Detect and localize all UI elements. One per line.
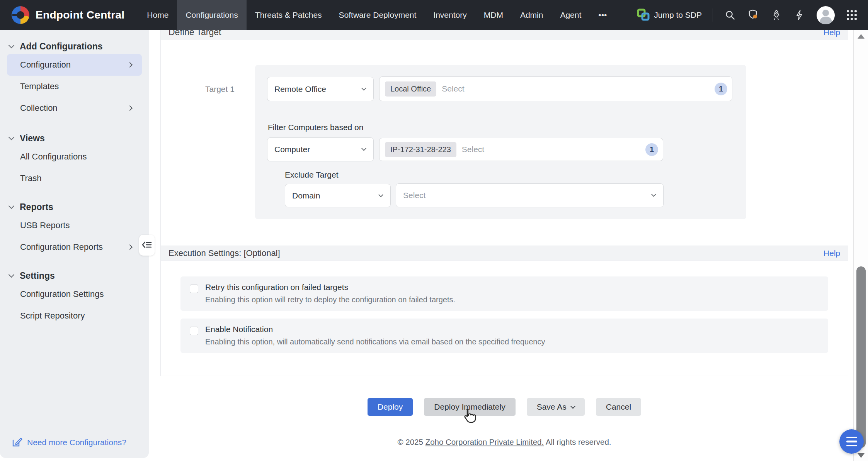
chevron-down-icon bbox=[361, 86, 366, 91]
notification-option-panel: Enable Notification Enabling this option… bbox=[180, 319, 828, 353]
execution-settings-header: Execution Settings: [Optional] Help bbox=[161, 246, 848, 261]
sidebar-item-trash[interactable]: Trash bbox=[7, 168, 142, 189]
chevron-down-icon bbox=[378, 192, 383, 197]
target-1-label: Target 1 bbox=[205, 85, 235, 94]
save-as-button[interactable]: Save As bbox=[527, 398, 585, 416]
nav-item-software-deployment[interactable]: Software Deployment bbox=[330, 0, 425, 30]
scrollbar-up-arrow-icon[interactable] bbox=[858, 34, 865, 39]
filter-selected-chip[interactable]: IP-172-31-28-223 bbox=[385, 142, 456, 157]
sidebar-item-label: USB Reports bbox=[20, 220, 70, 230]
nav-item-configurations[interactable]: Configurations bbox=[177, 0, 246, 30]
cancel-button[interactable]: Cancel bbox=[596, 398, 641, 416]
filter-select-input[interactable]: IP-172-31-28-223 Select 1 bbox=[379, 138, 663, 161]
sidebar-section-settings[interactable]: Settings bbox=[0, 269, 149, 282]
brand[interactable]: Endpoint Central bbox=[0, 6, 138, 24]
target-select-placeholder: Select bbox=[442, 84, 464, 93]
filter-type-dropdown[interactable]: Computer bbox=[267, 137, 374, 161]
exclude-select-placeholder: Select bbox=[403, 191, 425, 200]
sidebar-item-collection[interactable]: Collection bbox=[7, 97, 142, 119]
nav-item-more[interactable]: ••• bbox=[590, 0, 615, 30]
exclude-target-label: Exclude Target bbox=[285, 170, 339, 180]
exclude-type-dropdown[interactable]: Domain bbox=[285, 184, 391, 207]
chevron-right-icon bbox=[127, 62, 133, 68]
target-selected-chip[interactable]: Local Office bbox=[385, 81, 436, 97]
sidebar-section-views[interactable]: Views bbox=[0, 132, 149, 144]
nav-item-agent[interactable]: Agent bbox=[551, 0, 590, 30]
sidebar-item-configuration-settings[interactable]: Configuration Settings bbox=[7, 283, 142, 305]
nav-item-mdm[interactable]: MDM bbox=[475, 0, 512, 30]
chevron-down-icon bbox=[9, 272, 15, 278]
sidebar-item-label: Collection bbox=[20, 103, 58, 113]
copyright-suffix: All rights reserved. bbox=[546, 437, 611, 446]
top-navbar: Endpoint Central Home Configurations Thr… bbox=[0, 0, 868, 30]
exclude-select-dropdown[interactable]: Select bbox=[396, 183, 664, 207]
floating-menu-button[interactable] bbox=[839, 429, 864, 454]
sidebar-item-label: Configuration Settings bbox=[20, 289, 104, 299]
sidebar-section-reports[interactable]: Reports bbox=[0, 201, 149, 213]
define-target-help-link[interactable]: Help bbox=[824, 30, 840, 37]
section-title-label: Views bbox=[20, 133, 45, 144]
user-avatar[interactable] bbox=[817, 6, 835, 24]
rocket-icon[interactable] bbox=[770, 9, 783, 21]
section-title-label: Add Configurations bbox=[20, 41, 103, 52]
define-target-header: Define Target Help bbox=[161, 30, 848, 40]
sidebar-item-usb-reports[interactable]: USB Reports bbox=[7, 215, 142, 236]
hamburger-menu-icon bbox=[846, 437, 857, 439]
configuration-main-panel: Define Target Help Target 1 Remote Offic… bbox=[160, 30, 848, 376]
sidebar-item-all-configurations[interactable]: All Configurations bbox=[7, 146, 142, 168]
target-type-value: Remote Office bbox=[274, 85, 326, 94]
nav-item-home[interactable]: Home bbox=[138, 0, 177, 30]
deploy-button[interactable]: Deploy bbox=[368, 398, 413, 416]
deploy-immediately-button[interactable]: Deploy Immediately bbox=[424, 398, 515, 416]
chevron-down-icon bbox=[9, 134, 15, 141]
jump-to-sdp-button[interactable]: Jump to SDP bbox=[637, 8, 702, 22]
exclude-type-value: Domain bbox=[292, 191, 320, 200]
sidebar-item-configuration[interactable]: Configuration bbox=[7, 54, 142, 76]
sidebar-collapse-toggle[interactable] bbox=[139, 235, 155, 256]
execution-settings-help-link[interactable]: Help bbox=[824, 249, 840, 258]
zoho-corporation-link[interactable]: Zoho Corporation Private Limited. bbox=[425, 437, 544, 446]
nav-item-inventory[interactable]: Inventory bbox=[425, 0, 475, 30]
sidebar-item-configuration-reports[interactable]: Configuration Reports bbox=[7, 236, 142, 258]
apps-grid-icon[interactable] bbox=[846, 9, 858, 21]
need-more-configurations-label: Need more Configurations? bbox=[27, 438, 126, 447]
security-shield-icon[interactable] bbox=[747, 9, 759, 21]
scrollbar-down-arrow-icon[interactable] bbox=[858, 453, 865, 458]
retry-checkbox[interactable] bbox=[190, 285, 198, 293]
chevron-down-icon bbox=[361, 146, 366, 151]
filter-count-badge[interactable]: 1 bbox=[645, 143, 658, 156]
collapse-sidebar-icon bbox=[141, 240, 152, 250]
edit-pencil-icon bbox=[12, 437, 22, 448]
sdp-logo-icon bbox=[637, 8, 650, 22]
sidebar-section-add-configurations[interactable]: Add Configurations bbox=[0, 40, 149, 53]
nav-item-threats-patches[interactable]: Threats & Patches bbox=[247, 0, 330, 30]
chevron-down-icon bbox=[570, 404, 575, 409]
target-count-badge[interactable]: 1 bbox=[715, 83, 727, 95]
jump-to-sdp-label: Jump to SDP bbox=[654, 10, 702, 20]
navbar-right-cluster: Jump to SDP bbox=[637, 6, 868, 24]
filter-type-value: Computer bbox=[274, 145, 310, 154]
scrollbar-thumb[interactable] bbox=[856, 266, 866, 448]
search-icon[interactable] bbox=[724, 9, 736, 21]
chevron-down-icon bbox=[9, 203, 15, 209]
primary-nav: Home Configurations Threats & Patches So… bbox=[138, 0, 615, 30]
target-select-input[interactable]: Local Office Select 1 bbox=[379, 76, 732, 101]
chevron-right-icon bbox=[127, 244, 133, 250]
notification-option-description: Enabling this option, will automatically… bbox=[205, 337, 828, 346]
sidebar-item-script-repository[interactable]: Script Repository bbox=[7, 305, 142, 327]
sidebar-item-label: Trash bbox=[20, 173, 41, 183]
chevron-down-icon bbox=[651, 192, 656, 197]
sidebar-item-templates[interactable]: Templates bbox=[7, 76, 142, 97]
section-title-label: Settings bbox=[20, 271, 55, 281]
nav-item-admin[interactable]: Admin bbox=[512, 0, 552, 30]
left-sidebar: Add Configurations Configuration Templat… bbox=[0, 30, 149, 458]
vertical-scrollbar[interactable] bbox=[853, 30, 868, 461]
quick-actions-lightning-icon[interactable] bbox=[793, 9, 806, 21]
target-type-dropdown[interactable]: Remote Office bbox=[267, 77, 374, 101]
chevron-right-icon bbox=[127, 105, 133, 111]
filter-select-placeholder: Select bbox=[462, 145, 484, 154]
save-as-label: Save As bbox=[537, 402, 567, 412]
enable-notification-checkbox[interactable] bbox=[190, 327, 198, 335]
sidebar-item-label: All Configurations bbox=[20, 152, 87, 162]
need-more-configurations-link[interactable]: Need more Configurations? bbox=[12, 437, 126, 448]
